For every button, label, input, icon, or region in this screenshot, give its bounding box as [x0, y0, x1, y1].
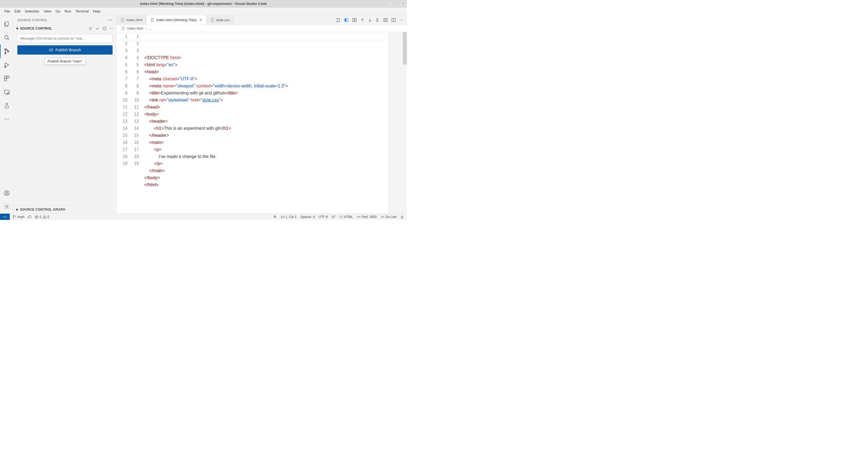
menu-help[interactable]: Help [91, 8, 102, 14]
svg-point-3 [5, 53, 6, 54]
svg-point-12 [6, 119, 7, 120]
refresh-icon[interactable] [102, 26, 106, 31]
lang-label: HTML [344, 215, 353, 219]
status-branch[interactable]: main [12, 215, 24, 219]
extensions-icon[interactable] [0, 72, 13, 85]
svg-point-29 [401, 20, 402, 20]
warning-icon [42, 215, 46, 219]
publish-branch-button[interactable]: Publish Branch [18, 45, 113, 55]
window-title: index.html (Working Tree) (index.html) -… [140, 2, 267, 6]
svg-rect-24 [347, 19, 348, 22]
breadcrumb[interactable]: index.html › … [117, 25, 407, 32]
status-language[interactable]: HTML [339, 215, 353, 219]
status-eol[interactable]: LF [332, 215, 336, 219]
status-cursor[interactable]: Ln 1, Col 1 [281, 215, 297, 219]
tab-index[interactable]: index.html [117, 15, 147, 25]
menu-go[interactable]: Go [54, 8, 62, 14]
scm-section-title: SOURCE CONTROL [20, 27, 52, 30]
file-icon [121, 26, 125, 30]
commit-check-icon[interactable] [95, 26, 99, 31]
gutter-original: 12345678910111213141516171819 [117, 33, 130, 213]
prev-change-icon[interactable] [360, 18, 365, 22]
more-icon[interactable] [399, 18, 404, 22]
code-body[interactable]: <!DOCTYPE html><html lang="en"><head> <m… [143, 33, 407, 213]
accounts-icon[interactable] [0, 186, 13, 200]
minimize-button[interactable]: – [388, 1, 392, 6]
settings-gear-icon[interactable] [0, 200, 13, 213]
scm-graph-section-header[interactable]: ▶ SOURCE CONTROL GRAPH [13, 205, 116, 213]
commit-message-input[interactable] [18, 34, 113, 42]
svg-rect-26 [355, 19, 356, 22]
swap-icon[interactable] [352, 18, 357, 23]
sidebar-title: SOURCE CONTROL [18, 19, 48, 22]
braces-icon [339, 215, 343, 219]
code-editor[interactable]: 12345678910111213141516171819 1234567891… [117, 32, 407, 213]
next-change-icon[interactable] [368, 18, 372, 22]
menu-terminal[interactable]: Terminal [73, 8, 91, 14]
svg-point-21 [111, 28, 112, 29]
file-icon [120, 18, 124, 22]
breadcrumb-rest: … [149, 26, 152, 30]
menu-edit[interactable]: Edit [12, 8, 23, 14]
maximize-button[interactable]: □ [394, 1, 399, 6]
close-icon[interactable]: ✕ [198, 18, 203, 22]
window-buttons: – □ ✕ [388, 1, 405, 6]
status-bar: main 0 0 Ln 1, Col 1 Spaces: 4 UTF-8 LF … [0, 213, 407, 220]
status-sync[interactable] [28, 215, 31, 219]
status-spaces[interactable]: Spaces: 4 [300, 215, 315, 219]
warning-count: 0 [48, 215, 50, 219]
status-go-live[interactable]: Go Live [380, 215, 397, 219]
chevron-down-icon: ▶ [16, 27, 19, 30]
tab-label: index.html (Working Tree) [156, 18, 197, 22]
tab-style[interactable]: style.css [207, 15, 234, 25]
svg-point-32 [13, 217, 13, 218]
branch-icon [12, 215, 16, 219]
whitespace-icon[interactable] [375, 18, 380, 22]
split-editor-icon[interactable] [391, 18, 396, 23]
menu-view[interactable]: View [41, 8, 54, 14]
diff-toggle-icon[interactable] [344, 18, 349, 23]
publish-branch-label: Publish Branch [55, 48, 81, 52]
scm-section-header[interactable]: ▶ SOURCE CONTROL [13, 25, 116, 32]
more-icon[interactable] [0, 112, 13, 126]
remote-button[interactable] [0, 214, 10, 220]
testing-icon[interactable] [0, 99, 13, 112]
svg-point-28 [400, 20, 400, 20]
status-port[interactable]: Port: 3000 [357, 215, 376, 219]
status-bell[interactable] [400, 215, 404, 219]
svg-rect-9 [4, 90, 9, 93]
svg-rect-0 [5, 22, 8, 26]
minimap[interactable] [388, 32, 407, 213]
more-icon[interactable] [109, 26, 114, 31]
menu-run[interactable]: Run [62, 8, 73, 14]
explorer-icon[interactable] [0, 18, 13, 31]
svg-rect-25 [352, 19, 354, 22]
remote-explorer-icon[interactable] [0, 85, 13, 99]
port-label: Port: 3000 [362, 215, 376, 219]
map-icon[interactable] [383, 18, 388, 23]
tab-index-working-tree[interactable]: index.html (Working Tree) ✕ [147, 15, 207, 25]
status-problems[interactable]: 0 0 [35, 215, 49, 219]
menu-selection[interactable]: Selection [23, 8, 41, 14]
svg-point-18 [110, 20, 111, 20]
publish-tooltip: Publish Branch "main" [44, 58, 85, 65]
more-icon[interactable] [108, 18, 113, 23]
view-tree-icon[interactable] [88, 26, 93, 31]
breadcrumb-sep: › [145, 26, 147, 30]
open-changes-icon[interactable] [336, 18, 341, 23]
sidebar: SOURCE CONTROL ▶ SOURCE CONTROL Publish … [13, 15, 117, 213]
go-live-label: Go Live [385, 215, 397, 219]
svg-point-22 [113, 28, 113, 29]
source-control-icon[interactable] [0, 45, 13, 58]
breadcrumb-file: index.html [127, 26, 143, 30]
run-debug-icon[interactable] [0, 58, 13, 72]
menu-file[interactable]: File [2, 8, 12, 14]
status-encoding[interactable]: UTF-8 [319, 215, 328, 219]
search-icon[interactable] [0, 31, 13, 45]
close-button[interactable]: ✕ [400, 1, 405, 6]
scrollbar-thumb[interactable] [403, 32, 407, 65]
svg-point-2 [5, 49, 6, 50]
cloud-icon [28, 215, 31, 219]
svg-point-31 [13, 215, 13, 216]
status-zoom[interactable] [273, 215, 277, 219]
